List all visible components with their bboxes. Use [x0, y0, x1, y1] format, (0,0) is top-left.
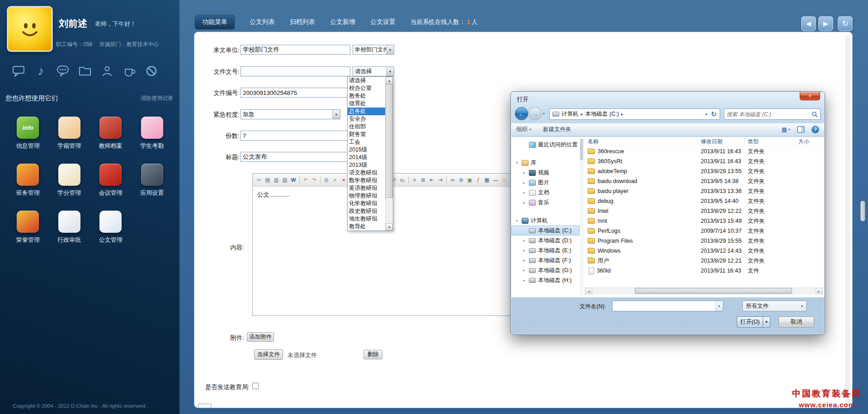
editor-icon[interactable]: ↶ [302, 176, 310, 184]
block-icon[interactable] [145, 63, 158, 79]
nav-back-button[interactable]: ◀ [801, 16, 816, 31]
partial-button[interactable] [198, 404, 212, 408]
file-no-input[interactable] [241, 88, 350, 98]
tree-item[interactable]: ▾ 计算机 [511, 216, 580, 226]
editor-icon[interactable]: ▦ [483, 176, 491, 184]
organize-button[interactable]: 组织▾ [516, 126, 531, 133]
app-shortcut[interactable]: 应用设置 [132, 164, 173, 197]
tree-item[interactable]: ▸ 本地磁盘 (F:) [511, 255, 580, 265]
editor-icon[interactable]: W [289, 176, 297, 184]
dropdown-item[interactable]: 财务室 [348, 131, 385, 138]
scroll-down-icon[interactable]: ▼ [386, 223, 393, 231]
dropdown-item[interactable]: 2013级 [348, 161, 385, 169]
tree-item[interactable]: ▸ 本地磁盘 (H:) [511, 275, 580, 285]
scroll-up-icon[interactable]: ▲ [386, 77, 393, 84]
tree-item[interactable]: ▸ 本地磁盘 (D:) [511, 235, 580, 245]
tree-expand-icon[interactable]: ▾ [516, 160, 522, 165]
file-row[interactable]: adobeTemp 2013/8/29 13:55 文件夹 [585, 166, 824, 176]
tree-scroll-thumb[interactable] [580, 139, 583, 160]
dropdown-item[interactable]: 德育处 [348, 100, 385, 108]
title-input[interactable] [241, 152, 350, 162]
tree-expand-icon[interactable]: ▸ [523, 258, 529, 263]
panel-scrollbar[interactable] [845, 35, 850, 405]
column-header[interactable]: 类型 [745, 138, 795, 146]
search-input[interactable] [726, 111, 811, 118]
editor-icon[interactable]: ƒ [474, 176, 482, 184]
filetype-select[interactable]: 所有文件 ▾ [742, 301, 807, 311]
tree-expand-icon[interactable]: ▸ [523, 278, 529, 282]
help-button[interactable]: ? [811, 126, 819, 133]
app-shortcut[interactable]: 教师档案 [90, 117, 132, 150]
editor-icon[interactable]: x₂ [398, 176, 406, 184]
editor-icon[interactable]: ↷ [310, 176, 318, 184]
cancel-button[interactable]: 取消 [778, 316, 814, 328]
new-folder-button[interactable]: 新建文件夹 [543, 126, 571, 133]
coffee-icon[interactable] [123, 63, 136, 79]
dropdown-item[interactable]: 总务处 [348, 108, 385, 115]
app-shortcut[interactable]: 行政审批 [49, 211, 90, 244]
breadcrumb-dropdown-icon[interactable]: ▾ [703, 112, 710, 117]
editor-icon[interactable]: ▣ [466, 176, 474, 184]
editor-icon[interactable]: ✂ [255, 176, 263, 184]
app-shortcut[interactable]: 学分管理 [49, 164, 90, 197]
app-shortcut[interactable]: 荣誉管理 [7, 211, 49, 244]
urgency-select[interactable]: 加急▼ [241, 109, 340, 119]
source-unit-input[interactable] [241, 45, 350, 55]
h-scroll-thumb[interactable] [635, 288, 792, 294]
dropdown-item[interactable]: 请选择 [348, 77, 385, 85]
editor-icon[interactable]: ≡ [410, 176, 419, 184]
doc-no-select[interactable]: 请选择▼ [353, 66, 394, 76]
dropdown-scrollbar[interactable]: ▲ ▼ [385, 77, 393, 231]
page-scrollbar-thumb[interactable] [860, 201, 865, 221]
dropdown-item[interactable]: 地生教研组 [348, 215, 385, 223]
preview-pane-button[interactable] [797, 126, 805, 133]
app-shortcut[interactable]: 公文管理 [90, 211, 132, 244]
file-row[interactable]: Program Files 2013/8/29 15:55 文件夹 [585, 236, 824, 246]
dropdown-item[interactable]: 安全办 [348, 115, 385, 123]
tree-item[interactable]: ▸ 本地磁盘 (E:) [511, 245, 580, 255]
editor-icon[interactable] [408, 176, 409, 183]
person-icon[interactable] [100, 63, 114, 79]
tree-item[interactable]: 最近访问的位置 [511, 140, 580, 150]
app-shortcut[interactable]: 学籍管理 [49, 117, 90, 150]
tab[interactable]: 公文设置 [370, 18, 396, 26]
editor-icon[interactable] [446, 176, 447, 183]
breadcrumb[interactable]: 计算机▸ 本地磁盘 (C:)▸ ▾ ↻ [549, 108, 720, 120]
app-shortcut[interactable]: 班务管理 [7, 164, 49, 197]
views-button[interactable]: ▦▾ [782, 126, 790, 133]
column-header[interactable]: 名称 [585, 138, 698, 146]
send-bureau-checkbox[interactable] [252, 383, 259, 389]
doc-no-input[interactable] [241, 66, 350, 76]
tree-item[interactable]: 本地磁盘 (C:) [511, 226, 580, 235]
clear-history-link[interactable]: 清除使用记录 [141, 94, 173, 102]
editor-icon[interactable]: ▧ [281, 176, 289, 184]
scroll-right-icon[interactable]: ▸ [816, 288, 822, 294]
tab[interactable]: 功能菜单 [195, 15, 235, 29]
file-row[interactable]: 用户 2013/8/29 12:21 文件夹 [585, 256, 824, 266]
file-row[interactable]: baidu download 2013/9/5 14:38 文件夹 [585, 176, 824, 186]
file-row[interactable]: PerfLogs 2009/7/14 10:37 文件夹 [585, 226, 824, 236]
dropdown-item[interactable]: 校办公室 [348, 85, 385, 92]
dropdown-item[interactable]: 2014级 [348, 154, 385, 161]
editor-icon[interactable]: ▤ [264, 176, 272, 184]
dropdown-item[interactable]: 政史教研组 [348, 207, 385, 215]
app-shortcut[interactable]: 学生考勤 [132, 117, 173, 150]
dropdown-item[interactable]: 工会 [348, 138, 385, 146]
tree-expand-icon[interactable]: ▸ [523, 200, 529, 205]
comment-icon[interactable] [12, 63, 25, 79]
dropdown-item[interactable]: 2015级 [348, 146, 385, 154]
file-row[interactable]: 360rescue 2013/9/11 16:43 文件夹 [585, 146, 824, 156]
editor-icon[interactable]: × [340, 176, 348, 184]
open-button[interactable]: 打开(O) [737, 316, 763, 328]
dropdown-item[interactable]: 教务处 [348, 92, 385, 100]
dropdown-item[interactable]: 化学教研组 [348, 200, 385, 207]
tree-item[interactable]: ▸ 文档 [511, 188, 580, 198]
tree-expand-icon[interactable]: ▸ [523, 248, 529, 253]
tab[interactable]: 公文新增 [330, 18, 355, 26]
nav-history-dropdown-icon[interactable]: ▾ [543, 112, 545, 116]
source-unit-select[interactable]: 学校部门文件▼ [353, 45, 394, 55]
breadcrumb-item[interactable]: 本地磁盘 (C:)▸ [585, 110, 626, 118]
editor-icon[interactable] [320, 176, 321, 183]
column-header[interactable]: 大小 [795, 138, 824, 146]
file-row[interactable]: debug 2013/9/5 14:40 文件夹 [585, 196, 824, 206]
